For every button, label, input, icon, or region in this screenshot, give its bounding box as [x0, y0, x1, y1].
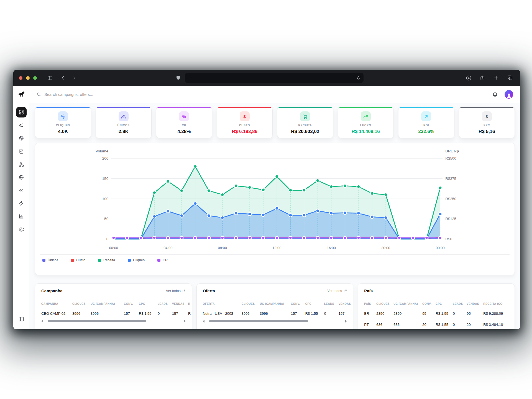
- share-button[interactable]: [478, 74, 487, 82]
- kpi-card-únicos: ÚNICOS2.8K: [96, 107, 152, 138]
- legend-item-custo[interactable]: Custo: [71, 258, 85, 262]
- avatar[interactable]: [505, 90, 513, 99]
- app-logo[interactable]: [13, 86, 29, 103]
- scrollbar-thumb[interactable]: [209, 320, 308, 322]
- volume-chart-card: 0R$050R$125100R$250150R$375200R$500Volum…: [35, 143, 515, 275]
- kpi-label: EPC: [459, 124, 515, 127]
- sidebar: [13, 86, 29, 329]
- forward-button[interactable]: [70, 74, 79, 82]
- column-header: CLIQUES: [242, 299, 260, 308]
- sidebar-item-network[interactable]: [16, 159, 27, 170]
- downloads-button[interactable]: [464, 74, 473, 82]
- svg-text:08:00: 08:00: [218, 246, 227, 250]
- sidebar-item-zap[interactable]: [16, 198, 27, 209]
- scroll-left-arrow[interactable]: [203, 320, 204, 323]
- kpi-card-epc: $EPCR$ 5,16: [459, 107, 515, 138]
- sidebar-collapse-button[interactable]: [18, 312, 24, 329]
- table-cell: 3996: [91, 308, 124, 319]
- dog-logo-icon: [17, 91, 25, 98]
- svg-text:20:00: 20:00: [381, 246, 390, 250]
- kpi-accent-bar: [217, 107, 273, 108]
- kpi-value: R$ 14.409,16: [338, 129, 394, 134]
- zoom-button[interactable]: [33, 76, 37, 80]
- ver-todos-link[interactable]: Ver todos: [328, 289, 347, 293]
- bell-icon[interactable]: [492, 91, 498, 97]
- trend-icon: [363, 114, 368, 119]
- column-header: CLIQUES: [376, 299, 393, 308]
- minimize-button[interactable]: [26, 76, 30, 80]
- kpi-label: CUSTO: [217, 124, 273, 127]
- file-code-icon: [19, 149, 24, 154]
- table-cell: 2350: [376, 308, 393, 319]
- chart-legend: ÚnicosCustoReceitaCliquesCR: [39, 255, 511, 266]
- legend-item-únicos[interactable]: Únicos: [42, 258, 58, 262]
- scrollbar-track[interactable]: [45, 320, 182, 322]
- kpi-label: CR: [156, 124, 212, 127]
- sidebar-item-dashboard[interactable]: [16, 107, 27, 117]
- close-button[interactable]: [19, 76, 22, 80]
- scroll-right-arrow[interactable]: [345, 320, 347, 323]
- sidebar-item-globe[interactable]: [16, 172, 27, 183]
- browser-window: Search campaigns, offers... CLIQUES4.0KÚ…: [13, 70, 520, 329]
- scroll-right-arrow[interactable]: [184, 320, 186, 323]
- traffic-lights: [19, 76, 37, 80]
- shield-icon[interactable]: [175, 75, 181, 81]
- kpi-icon: [361, 111, 371, 121]
- kpi-value: R$ 20.603,02: [277, 129, 333, 134]
- legend-item-cr[interactable]: CR: [157, 258, 168, 262]
- table-cell: CBO CAMP 02: [41, 308, 72, 319]
- column-header: LEADS: [324, 299, 339, 308]
- column-header: CONV.: [291, 299, 305, 308]
- svg-text:Volume: Volume: [96, 149, 109, 154]
- svg-text:R$250: R$250: [445, 197, 456, 201]
- sidebar-item-bar-chart[interactable]: [16, 211, 27, 222]
- kpi-accent-bar: [277, 107, 333, 108]
- column-header: UC (CAMPANHA): [260, 299, 291, 308]
- global-search-input[interactable]: Search campaigns, offers...: [37, 92, 492, 97]
- volume-chart: 0R$050R$125100R$250150R$375200R$500Volum…: [39, 146, 511, 254]
- scrollbar-track[interactable]: [206, 320, 344, 322]
- epc-symbol: $: [486, 114, 488, 119]
- tabs-icon: [507, 75, 513, 81]
- legend-label: Receita: [103, 258, 115, 262]
- legend-label: Cliques: [133, 258, 145, 262]
- user-icon: [506, 92, 512, 99]
- svg-text:00:00: 00:00: [436, 246, 444, 250]
- back-button[interactable]: [58, 74, 68, 82]
- legend-item-cliques[interactable]: Cliques: [128, 258, 145, 262]
- table-cell: R$ 1,55: [436, 319, 453, 329]
- horizontal-scrollbar[interactable]: [41, 320, 186, 323]
- svg-text:0: 0: [106, 237, 108, 241]
- kpi-icon: $: [482, 111, 492, 121]
- download-icon: [466, 75, 472, 81]
- show-tabs-button[interactable]: [505, 74, 515, 82]
- shield-icon: [175, 75, 181, 81]
- sidebar-item-file-code[interactable]: [16, 146, 27, 157]
- legend-item-receita[interactable]: Receita: [98, 258, 115, 262]
- kpi-value: 232.6%: [398, 129, 454, 134]
- sidebar-item-megaphone[interactable]: [16, 120, 27, 131]
- sidebar-item-target[interactable]: [16, 133, 27, 144]
- pais-table-card: PaísPAÍSCLIQUESUC (CAMPANHA)CONV.CPCLEAD…: [358, 283, 515, 329]
- legend-label: Custo: [76, 258, 85, 262]
- ver-todos-link[interactable]: Ver todos: [166, 289, 186, 293]
- horizontal-scrollbar[interactable]: [203, 320, 347, 323]
- svg-text:150: 150: [102, 177, 108, 181]
- new-tab-button[interactable]: [492, 74, 501, 82]
- kpi-card-roi: ROI232.6%: [398, 107, 454, 138]
- dashboard-content: CLIQUES4.0KÚNICOS2.8K%CR4.28%$CUSTOR$ 6.…: [29, 103, 520, 329]
- address-bar[interactable]: [185, 73, 364, 83]
- reload-icon[interactable]: [356, 76, 361, 80]
- top-bar: Search campaigns, offers...: [29, 86, 520, 103]
- scrollbar-thumb[interactable]: [48, 320, 146, 322]
- sidebar-toggle-button[interactable]: [45, 74, 55, 82]
- table-cell: 3996: [72, 308, 91, 319]
- svg-text:200: 200: [102, 156, 108, 160]
- column-header: CLIQUES: [72, 299, 91, 308]
- sidebar-item-gear[interactable]: [16, 224, 27, 235]
- column-header: CPC: [436, 299, 453, 308]
- reload-icon: [356, 76, 361, 80]
- scroll-left-arrow[interactable]: [41, 320, 43, 323]
- kpi-icon: $: [240, 111, 250, 121]
- sidebar-item-link[interactable]: [16, 185, 27, 196]
